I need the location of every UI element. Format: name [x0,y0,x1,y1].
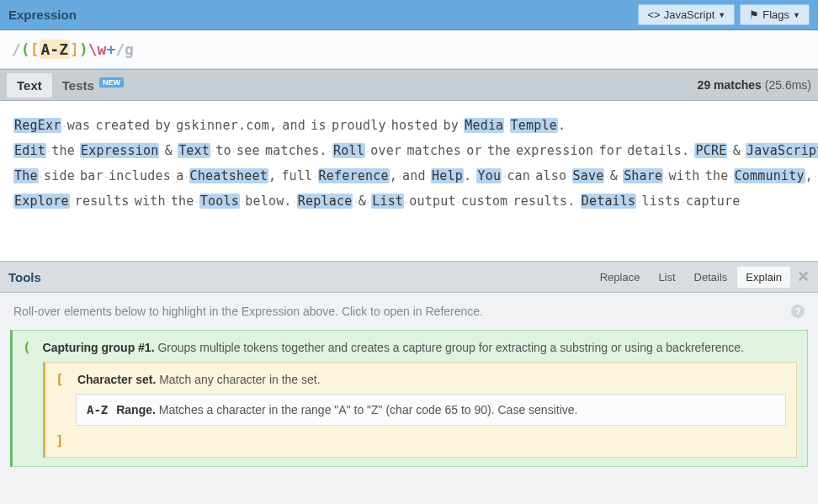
code-icon: <> [647,8,660,21]
chevron-down-icon: ▼ [793,11,800,19]
new-badge: NEW [99,77,124,88]
flags-button[interactable]: ⚑ Flags ▼ [740,4,810,25]
close-icon[interactable]: ✕ [797,268,810,286]
tools-header: Tools Replace List Details Explain ✕ [0,261,818,293]
expression-title: Expression [8,8,77,22]
tool-replace[interactable]: Replace [592,267,649,288]
text-tabbar: Text Tests NEW 29 matches (25.6ms) [0,69,818,101]
explain-capturing-group[interactable]: ( Capturing group #1. Groups multiple to… [10,330,808,467]
chevron-down-icon: ▼ [718,11,725,19]
expression-header: Expression <> JavaScript ▼ ⚑ Flags ▼ [0,0,818,30]
tab-text[interactable]: Text [7,73,52,98]
tab-tests[interactable]: Tests NEW [52,73,134,98]
flavor-button[interactable]: <> JavaScript ▼ [638,4,735,25]
tool-explain[interactable]: Explain [737,267,790,288]
flag-icon: ⚑ [749,8,759,21]
explain-character-set[interactable]: [ Character set. Match any character in … [43,362,797,458]
text-input[interactable]: RegExr·was·created·by·gskinner.com,·and·… [0,101,818,261]
tool-list[interactable]: List [650,267,683,288]
match-count: 29 matches (25.6ms) [698,78,811,92]
tool-details[interactable]: Details [686,267,736,288]
hint-row: Roll-over elements below to highlight in… [0,293,818,330]
explain-range[interactable]: A-Z Range. Matches a character in the ra… [76,394,786,426]
tools-title: Tools [8,270,41,284]
help-icon[interactable]: ? [791,305,805,318]
explain-panel: ( Capturing group #1. Groups multiple to… [10,330,808,467]
hint-text: Roll-over elements below to highlight in… [13,305,483,318]
expression-input[interactable]: /([A-Z])\w+/g [0,30,818,69]
